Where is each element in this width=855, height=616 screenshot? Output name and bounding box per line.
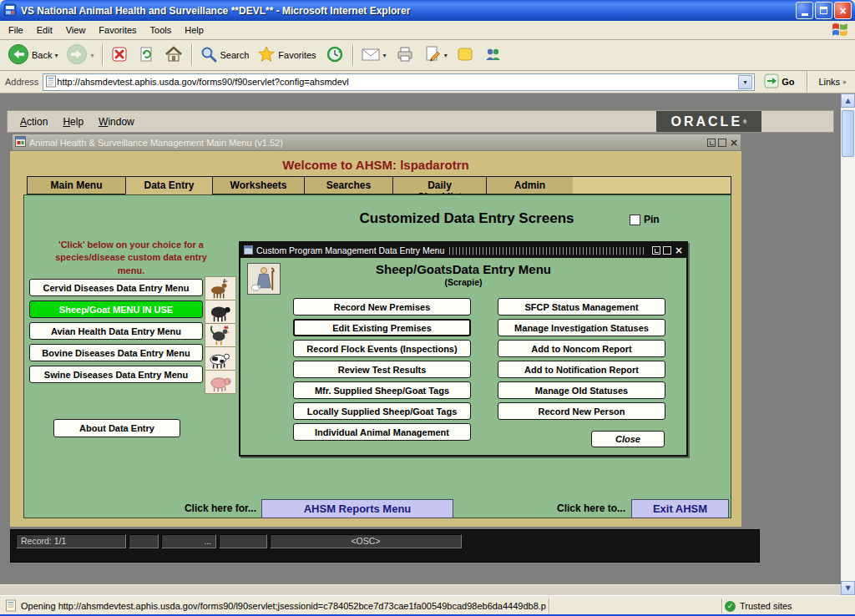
forward-button[interactable]: ▾ (62, 42, 98, 68)
record-flock-events-button[interactable]: Record Flock Events (Inspections) (293, 340, 471, 357)
print-button[interactable] (391, 43, 419, 67)
applet-restore-icon[interactable] (707, 139, 716, 147)
address-box: ▾ (43, 73, 755, 91)
sfcp-status-management-button[interactable]: SFCP Status Management (498, 298, 665, 316)
about-data-entry-button[interactable]: About Data Entry (53, 419, 180, 437)
dialog-right-buttons: SFCP Status Management Manage Investigat… (498, 298, 665, 423)
menu-help[interactable]: Help (178, 23, 210, 38)
applet-close-icon[interactable]: × (730, 137, 738, 149)
maximize-button[interactable] (815, 2, 832, 19)
menu-bar: File Edit View Favorites Tools Help (0, 21, 855, 40)
status-field-2 (219, 534, 267, 548)
tab-data-entry[interactable]: Data Entry (125, 176, 212, 194)
links-label: Links (818, 77, 840, 87)
pig-icon (205, 370, 236, 394)
tab-admin[interactable]: Admin (486, 176, 573, 194)
menu-file[interactable]: File (2, 23, 30, 38)
mfr-supplied-tags-button[interactable]: Mfr. Supplied Sheep/Goat Tags (293, 381, 471, 399)
security-zone-pane: ✓ Trusted sites (725, 598, 850, 613)
menu-view[interactable]: View (59, 23, 93, 38)
close-button[interactable]: × (834, 2, 852, 19)
scroll-up-button[interactable]: ▲ (841, 93, 855, 108)
links-button[interactable]: Links » (815, 77, 850, 87)
messenger-icon (456, 45, 474, 65)
go-button[interactable]: Go (759, 73, 799, 91)
oracle-menu-help[interactable]: Help (55, 114, 91, 130)
tab-filler (573, 176, 731, 194)
dialog-close-icon[interactable]: × (675, 245, 683, 256)
scroll-down-button[interactable]: ▼ (841, 581, 855, 595)
tab-searches[interactable]: Searches (304, 176, 392, 194)
add-to-notification-report-button[interactable]: Add to Notification Report (498, 361, 665, 378)
individual-animal-management-button[interactable]: Individual Animal Management (293, 423, 471, 441)
avian-menu-button[interactable]: Avian Health Data Entry Menu (29, 322, 203, 340)
dialog-restore-icon[interactable] (652, 246, 660, 255)
home-button[interactable] (159, 43, 188, 67)
back-button[interactable]: Back ▾ (3, 42, 62, 68)
page-bottom-strip (0, 584, 841, 595)
sheep-goat-menu-button[interactable]: Sheep/Goat MENU IN USE (29, 300, 203, 318)
menu-tools[interactable]: Tools (144, 23, 179, 38)
mail-icon (361, 46, 381, 64)
exit-ahsm-button[interactable]: Exit AHSM (631, 499, 729, 518)
address-dropdown-button[interactable]: ▾ (738, 75, 752, 89)
scrollbar-thumb[interactable] (842, 110, 854, 157)
mail-button[interactable]: ▾ (357, 44, 391, 66)
applet-title-bar[interactable]: Animal Health & Surveillance Management … (12, 134, 741, 151)
bovine-menu-button[interactable]: Bovine Diseases Data Entry Menu (29, 344, 203, 361)
status-page-icon (5, 599, 17, 613)
add-to-noncom-report-button[interactable]: Add to Noncom Report (498, 340, 665, 357)
dialog-left-buttons: Record New Premises Edit Existing Premis… (293, 298, 471, 444)
history-button[interactable] (321, 43, 349, 68)
window-title-bar[interactable]: VS National Animal Health and Surveillan… (0, 0, 855, 21)
manage-investigation-statuses-button[interactable]: Manage Investigation Statuses (498, 319, 665, 336)
refresh-button[interactable] (133, 43, 159, 67)
applet-maximize-icon[interactable] (718, 139, 726, 147)
tab-main-menu[interactable]: Main Menu (27, 176, 125, 194)
sheep-icon (205, 300, 236, 324)
manage-old-statuses-button[interactable]: Manage Old Statuses (498, 381, 665, 399)
menu-favorites[interactable]: Favorites (92, 23, 143, 38)
oracle-menu-window[interactable]: Window (91, 114, 142, 130)
dialog-body: Sheep/GoatsData Entry Menu (Scrapie) Rec… (240, 258, 686, 455)
tab-worksheets[interactable]: Worksheets (212, 176, 304, 194)
dialog-title-bar[interactable]: Custom Program Management Data Entry Men… (240, 243, 686, 258)
swine-menu-button[interactable]: Swine Diseases Data Entry Menu (29, 366, 203, 383)
locally-supplied-tags-button[interactable]: Locally Supplied Sheep/Goat Tags (293, 402, 471, 420)
refresh-icon (137, 45, 155, 65)
favorites-button[interactable]: Favorites (253, 43, 320, 67)
stop-button[interactable] (106, 43, 133, 67)
window-title: VS National Animal Health and Surveillan… (21, 5, 794, 17)
menu-edit[interactable]: Edit (30, 23, 59, 38)
oracle-menu-action[interactable]: Action (13, 114, 55, 130)
search-button[interactable]: Search (195, 43, 254, 67)
edit-existing-premises-button[interactable]: Edit Existing Premises (293, 319, 471, 336)
ie-window: VS National Animal Health and Surveillan… (0, 0, 855, 616)
address-input[interactable] (57, 77, 738, 87)
pin-checkbox[interactable] (630, 215, 640, 225)
edit-button[interactable]: ▾ (419, 43, 452, 67)
tab-daily-checklist[interactable]: Daily Checklist (392, 176, 486, 194)
history-icon (325, 44, 345, 66)
search-label: Search (220, 50, 250, 60)
record-new-premises-button[interactable]: Record New Premises (293, 298, 471, 316)
trusted-sites-icon: ✓ (725, 601, 736, 612)
ahsm-reports-menu-button[interactable]: AHSM Reports Menu (261, 499, 453, 518)
address-bar: Address ▾ Go Links » (0, 71, 855, 93)
ie-toolbar: Back ▾ ▾ Search Favorites (0, 40, 855, 71)
cervid-menu-button[interactable]: Cervid Diseases Data Entry Menu (29, 279, 203, 296)
record-indicator: Record: 1/1 (16, 534, 126, 548)
discuss-button[interactable] (478, 43, 507, 67)
forward-icon (66, 43, 88, 67)
record-new-person-button[interactable]: Record New Person (498, 402, 665, 420)
vertical-scrollbar[interactable]: ▲ ▼ (841, 93, 855, 595)
panel-heading: Customized Data Entry Screens (258, 210, 675, 227)
minimize-button[interactable] (796, 2, 813, 19)
cow-icon (205, 346, 236, 371)
favorites-icon (257, 45, 276, 65)
review-test-results-button[interactable]: Review Test Results (293, 361, 471, 378)
messenger-button[interactable] (452, 43, 478, 67)
dialog-close-button[interactable]: Close (591, 431, 665, 447)
status-field-1 (129, 534, 159, 548)
dialog-maximize-icon[interactable] (663, 246, 671, 255)
